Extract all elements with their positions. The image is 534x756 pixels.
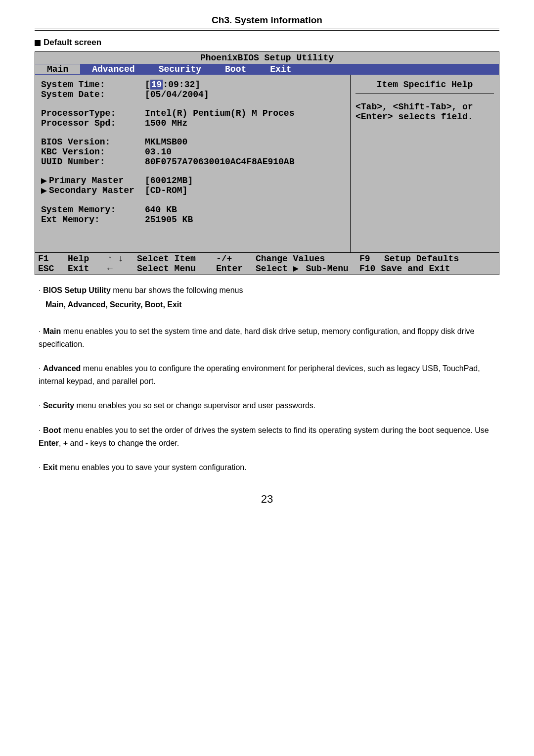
bios-body: System Time:[19:09:32] System Date:[05/0… (35, 75, 499, 252)
label-kbc-ver: KBC Version: (41, 147, 145, 157)
tab-exit[interactable]: Exit (258, 64, 303, 74)
value-ext-memory: 251905 KB (145, 215, 344, 225)
triangle-right-icon (293, 264, 299, 274)
label-primary-master[interactable]: Primary Master (41, 176, 145, 186)
key-f9: F9 (359, 254, 384, 264)
help-text-1: <Tab>, <Shift-Tab>, or (356, 102, 494, 112)
section-title-text: Default screen (44, 38, 101, 47)
value-proc-type: Intel(R) Pentium(R) M Proces (145, 108, 344, 118)
value-secondary-master: [CD-ROM] (145, 186, 344, 195)
label-setup-defaults: Setup Defaults (384, 254, 459, 264)
label-select-item: Selcet Item (137, 254, 216, 264)
help-header: Item Specific Help (356, 80, 494, 94)
label-system-time: System Time: (41, 80, 145, 90)
tab-boot[interactable]: Boot (213, 64, 258, 74)
bios-menubar: Main Advanced Security Boot Exit (35, 64, 499, 75)
help-text-2: <Enter> selects field. (356, 112, 494, 122)
key-f1: F1 (38, 254, 68, 264)
label-select-sub-menu: Select Sub-Menu (256, 264, 359, 274)
value-sys-memory: 640 KB (145, 205, 344, 215)
value-proc-spd: 1500 MHz (145, 118, 344, 128)
triangle-right-icon (41, 176, 47, 186)
value-bios-ver: MKLMSB00 (145, 137, 344, 147)
chapter-title: Ch3. System information (35, 15, 499, 26)
paragraph: · Boot menu enables you to set the order… (39, 424, 499, 449)
bios-help-pane: Item Specific Help <Tab>, <Shift-Tab>, o… (350, 75, 499, 252)
label-ext-memory: Ext Memory: (41, 215, 145, 225)
divider (35, 29, 499, 31)
value-system-time[interactable]: [19:09:32] (145, 80, 344, 90)
label-proc-type: ProcessorType: (41, 108, 145, 118)
paragraph: · Exit menu enables you to save your sys… (39, 461, 499, 474)
label-bios-ver: BIOS Version: (41, 137, 145, 147)
page-number: 23 (35, 493, 499, 506)
key-esc: ESC (38, 264, 68, 274)
key-arrow-left: ← (107, 264, 137, 274)
label-f10-save-exit: F10 Save and Exit (359, 264, 450, 274)
paragraph: · Advanced menu enables you to configure… (39, 362, 499, 387)
value-kbc-ver: 03.10 (145, 147, 344, 157)
svg-marker-1 (41, 188, 47, 194)
paragraph: Main, Advanced, Security, Boot, Exit (45, 298, 499, 311)
label-exit: Exit (68, 264, 107, 274)
bios-footer: F1 Help ↑ ↓ Selcet Item -/+ Change Value… (35, 252, 499, 275)
tab-security[interactable]: Security (147, 64, 213, 74)
bios-left: System Time:[19:09:32] System Date:[05/0… (35, 75, 350, 252)
triangle-right-icon (41, 186, 47, 196)
tab-advanced[interactable]: Advanced (80, 64, 146, 74)
value-primary-master: [60012MB] (145, 176, 344, 186)
label-sys-memory: System Memory: (41, 205, 145, 215)
bios-screen: PhoenixBIOS Setup Utility Main Advanced … (35, 51, 499, 275)
label-system-date: System Date: (41, 90, 145, 99)
label-secondary-master[interactable]: Secondary Master (41, 186, 145, 195)
time-hh-selected[interactable]: 19 (150, 80, 163, 90)
paragraph: · Main menu enables you to set the syste… (39, 325, 499, 350)
label-select-menu: Select Menu (137, 264, 216, 274)
label-proc-spd: Processor Spd: (41, 118, 145, 128)
value-system-date[interactable]: [05/04/2004] (145, 90, 344, 99)
key-plus-minus: -/+ (216, 254, 256, 264)
svg-marker-0 (41, 178, 47, 184)
label-change-values: Change Values (256, 254, 359, 264)
square-bullet-icon (35, 40, 41, 46)
label-uuid: UUID Number: (41, 157, 145, 167)
paragraph: · BIOS Setup Utility menu bar shows the … (39, 284, 499, 297)
paragraph: · Security menu enables you so set or ch… (39, 399, 499, 412)
value-uuid: 80F0757A70630010AC4F8AE910AB (145, 157, 344, 167)
svg-marker-2 (293, 266, 299, 272)
key-enter: Enter (216, 264, 256, 274)
key-arrows-up-down: ↑ ↓ (107, 254, 137, 264)
bios-title: PhoenixBIOS Setup Utility (35, 52, 499, 64)
label-help: Help (68, 254, 107, 264)
section-title: Default screen (35, 38, 499, 47)
tab-main[interactable]: Main (35, 64, 80, 74)
